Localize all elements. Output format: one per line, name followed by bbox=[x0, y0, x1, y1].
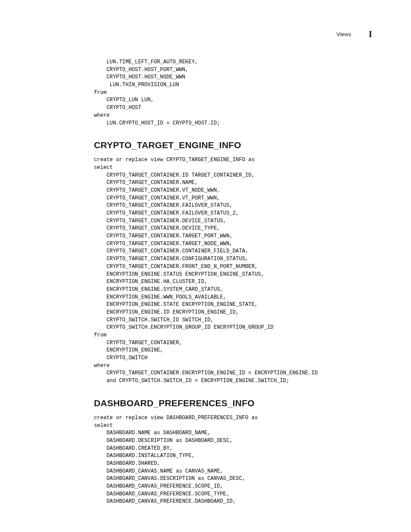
code-block-3: create or replace view DASHBOARD_PREFERE… bbox=[94, 414, 372, 506]
header-appendix-badge: I bbox=[368, 28, 372, 40]
section-heading-dashboard-preferences-info: DASHBOARD_PREFERENCES_INFO bbox=[94, 398, 372, 408]
code-block-2: create or replace view CRYPTO_TARGET_ENG… bbox=[94, 156, 372, 385]
page-header: Views I bbox=[336, 28, 372, 40]
header-section-label: Views bbox=[336, 31, 351, 37]
page-content: LUN.TIME_LEFT_FOR_AUTO_REKEY, CRYPTO_HOS… bbox=[94, 59, 372, 506]
section-heading-crypto-target-engine-info: CRYPTO_TARGET_ENGINE_INFO bbox=[94, 140, 372, 150]
code-block-1: LUN.TIME_LEFT_FOR_AUTO_REKEY, CRYPTO_HOS… bbox=[94, 59, 372, 127]
document-page: Views I LUN.TIME_LEFT_FOR_AUTO_REKEY, CR… bbox=[0, 0, 411, 532]
